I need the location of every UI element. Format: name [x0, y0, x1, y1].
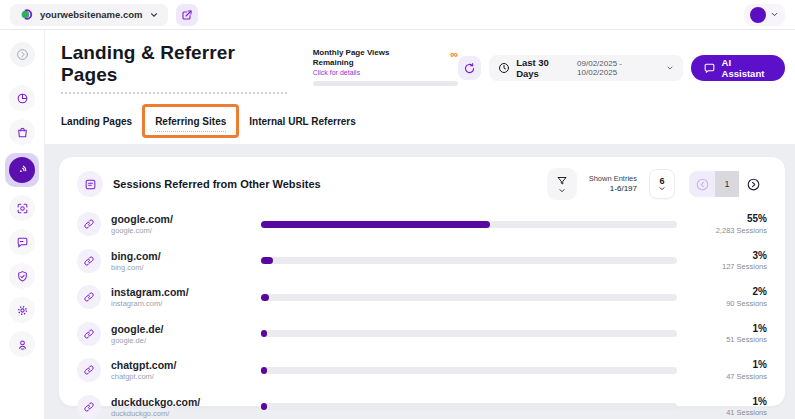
filter-button[interactable]: [547, 168, 577, 200]
referrer-name: bing.com/: [111, 250, 251, 263]
referrer-link-button[interactable]: [77, 395, 101, 419]
panel-title: Sessions Referred from Other Websites: [113, 178, 321, 190]
referrer-name: chatgpt.com/: [111, 359, 251, 372]
sidebar-item-feedback[interactable]: [9, 229, 35, 255]
referrer-path: bing.com/: [111, 263, 251, 272]
session-bar-fill: [261, 403, 267, 410]
session-bar-fill: [261, 330, 267, 337]
gear-icon: [16, 304, 29, 317]
session-bar-track: [261, 367, 677, 374]
pageviews-quota: Monthly Page Views Remaining ∞ Click for…: [313, 48, 459, 86]
referrer-sessions: 90 Sessions: [691, 299, 767, 309]
ai-assistant-button[interactable]: AI Assistant: [691, 55, 785, 81]
refresh-button[interactable]: [458, 56, 481, 80]
chevron-down-icon: [770, 10, 779, 19]
session-bar-track: [261, 221, 677, 228]
referrer-percent: 1%: [691, 358, 767, 372]
report-icon: [77, 171, 103, 197]
open-external-icon: [181, 9, 193, 21]
infinity-icon: ∞: [450, 49, 458, 60]
sidebar-item-settings[interactable]: [9, 297, 35, 323]
link-icon: [83, 328, 95, 340]
current-page-number[interactable]: 1: [715, 171, 739, 197]
chat-bubble-icon: [16, 236, 29, 249]
refresh-icon: [463, 62, 476, 75]
next-page-button[interactable]: [739, 171, 767, 197]
user-menu[interactable]: [744, 4, 785, 26]
sidebar-item-store[interactable]: [9, 119, 35, 145]
avatar: [750, 7, 766, 23]
referrer-percent: 2%: [691, 285, 767, 299]
chat-bubble-icon: [703, 62, 716, 75]
date-range-picker[interactable]: Last 30 Days 09/02/2025 - 10/02/2025: [489, 55, 682, 81]
page-header: Landing & Referrer Pages Monthly Page Vi…: [45, 30, 795, 144]
sidebar-item-referrers[interactable]: [5, 153, 39, 187]
tab-bar: Landing Pages Referring Sites Internal U…: [61, 104, 785, 144]
filter-funnel-icon: [556, 175, 568, 187]
link-icon: [83, 291, 95, 303]
ai-assistant-label: AI Assistant: [722, 57, 773, 79]
table-row: instagram.com/ instagram.com/ 2% 90 Sess…: [77, 279, 767, 316]
session-bar-track: [261, 330, 677, 337]
referrer-path: chatgpt.com/: [111, 372, 251, 381]
pagination: 1: [689, 171, 767, 197]
referrer-percent: 1%: [691, 322, 767, 336]
sidebar-toggle-icon: [16, 48, 29, 61]
date-preset-label: Last 30 Days: [516, 57, 571, 79]
sidebar-item-toggle[interactable]: [10, 42, 35, 67]
sidebar-item-analytics[interactable]: [9, 85, 35, 111]
quota-progress-bar: [313, 81, 459, 86]
website-selector-value: yourwebsitename.com: [40, 9, 142, 20]
referrer-link-button[interactable]: [77, 285, 101, 309]
referrer-name: duckduckgo.com/: [111, 396, 251, 409]
session-bar-fill: [261, 221, 490, 228]
previous-page-button[interactable]: [689, 171, 715, 197]
radar-icon: [15, 163, 29, 177]
referrer-path: duckduckgo.com/: [111, 409, 251, 418]
sidebar-item-tracking[interactable]: [9, 195, 35, 221]
tab-referring-sites[interactable]: Referring Sites: [155, 110, 226, 132]
chevron-down-icon: [558, 188, 566, 194]
referrer-link-button[interactable]: [77, 212, 101, 236]
referrer-path: google.com/: [111, 226, 251, 235]
topbar: yourwebsitename.com: [0, 0, 795, 30]
open-external-button[interactable]: [176, 4, 198, 26]
session-bar-fill: [261, 294, 269, 301]
page-size-select[interactable]: 6: [649, 169, 675, 199]
sidebar-item-account[interactable]: [9, 331, 35, 357]
referrer-link-button[interactable]: [77, 322, 101, 346]
session-bar-fill: [261, 257, 273, 264]
session-bar-track: [261, 294, 677, 301]
annotation-highlight-box: Referring Sites: [142, 104, 239, 138]
referrer-name: instagram.com/: [111, 286, 251, 299]
website-selector[interactable]: yourwebsitename.com: [10, 4, 168, 26]
chevron-down-icon: [666, 64, 674, 72]
link-icon: [83, 401, 95, 413]
shield-check-icon: [16, 270, 29, 283]
referring-sites-panel: Sessions Referred from Other Websites Sh…: [58, 156, 786, 407]
shown-entries-value: 1-6/197: [589, 184, 637, 194]
shown-entries-label: Shown Entries: [589, 174, 637, 184]
session-bar-track: [261, 403, 677, 410]
table-row: chatgpt.com/ chatgpt.com/ 1% 47 Sessions: [77, 352, 767, 389]
page-size-value: 6: [659, 176, 664, 186]
table-row: google.com/ google.com/ 55% 2,283 Sessio…: [77, 206, 767, 243]
sidebar-item-privacy[interactable]: [9, 263, 35, 289]
tab-landing-pages[interactable]: Landing Pages: [61, 110, 132, 133]
arrow-right-circle-icon: [746, 177, 761, 192]
referrer-list: google.com/ google.com/ 55% 2,283 Sessio…: [77, 206, 767, 419]
session-bar-fill: [261, 367, 267, 374]
referrer-percent: 1%: [691, 395, 767, 409]
link-icon: [83, 255, 95, 267]
referrer-sessions: 127 Sessions: [691, 262, 767, 272]
referrer-link-button[interactable]: [77, 358, 101, 382]
table-row: duckduckgo.com/ duckduckgo.com/ 1% 41 Se…: [77, 389, 767, 419]
referrer-link-button[interactable]: [77, 249, 101, 273]
tab-internal-url-referrers[interactable]: Internal URL Referrers: [249, 110, 356, 133]
referrer-percent: 55%: [691, 212, 767, 226]
chevron-down-icon: [658, 186, 666, 192]
referrer-percent: 3%: [691, 249, 767, 263]
quota-details-link[interactable]: Click for details: [313, 69, 459, 76]
date-range-value: 09/02/2025 - 10/02/2025: [577, 59, 659, 77]
focus-target-icon: [16, 202, 29, 215]
